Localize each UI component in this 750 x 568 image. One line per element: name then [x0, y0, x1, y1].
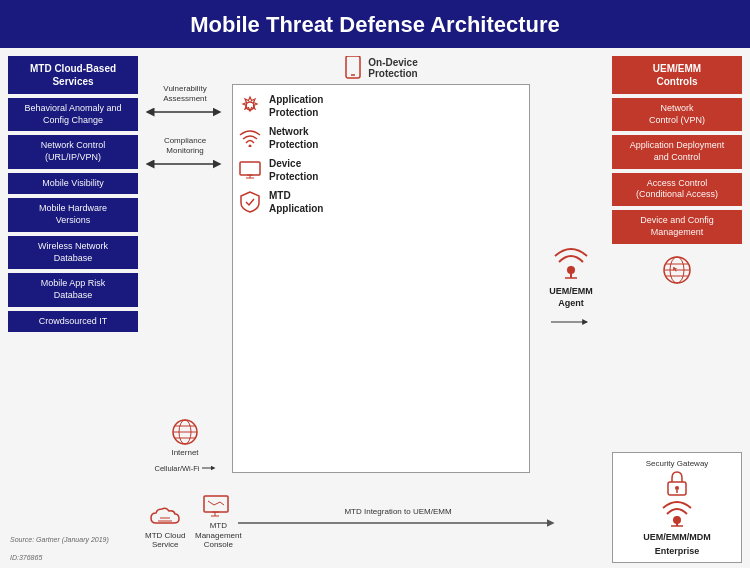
vulnerability-label: VulnerabilityAssessment [163, 84, 207, 103]
agent-column: UEM/EMMAgent [536, 56, 606, 473]
mtd-cloud-service-label: MTD CloudService [145, 531, 185, 550]
svg-point-10 [246, 102, 254, 110]
lock-icon [666, 470, 688, 496]
mtd-cloud-column: MTD Cloud-BasedServices Behavioral Anoma… [8, 56, 138, 473]
agent-arrow [551, 317, 591, 327]
enterprise-box: Security Gateway UEM/EMM/MDM Enterprise [612, 452, 742, 563]
left-item-mobile-visibility: Mobile Visibility [8, 173, 138, 195]
device-protection-label: DeviceProtection [269, 157, 318, 183]
uem-agent-icon [551, 242, 591, 282]
svg-point-11 [249, 145, 252, 148]
phone-icon [344, 56, 362, 80]
source-section: Source: Gartner (January 2019)ID:376865 [10, 528, 109, 564]
right-item-device-config: Device and ConfigManagement [612, 210, 742, 243]
compliance-arrow-svg [145, 158, 225, 170]
page: Mobile Threat Defense Architecture MTD C… [0, 0, 750, 568]
left-item-wireless-network: Wireless NetworkDatabase [8, 236, 138, 269]
app-protection-label: ApplicationProtection [269, 93, 323, 119]
mtd-console-section: MTDManagementConsole [195, 495, 242, 550]
uem-emm-title: UEM/EMMControls [653, 63, 701, 87]
cloud-icon [150, 505, 180, 529]
right-item-network: NetworkControl (VPN) [612, 98, 742, 131]
left-item-mobile-app-risk: Mobile App RiskDatabase [8, 273, 138, 306]
wifi-icon [239, 129, 261, 147]
compliance-arrow-group: ComplianceMonitoring [144, 136, 226, 170]
uem-emm-column: UEM/EMMControls NetworkControl (VPN) App… [612, 56, 742, 473]
mtd-cloud-service-section: MTD CloudService [145, 505, 185, 550]
center-section: On-DeviceProtection ApplicationProtectio… [232, 56, 530, 473]
svg-line-33 [220, 502, 224, 505]
bottom-section: MTD CloudService MTDManagementConsole MT… [0, 478, 750, 568]
mtd-integration-section: MTD Integration to UEM/EMM [238, 507, 558, 530]
cellular-row: Cellular/Wi-Fi [155, 463, 216, 473]
broadcast-icon [659, 498, 695, 530]
arrows-section: VulnerabilityAssessment ComplianceMoni [144, 56, 226, 473]
web-globe-icon [661, 254, 693, 286]
cellular-arrow [202, 463, 216, 473]
cellular-label: Cellular/Wi-Fi [155, 464, 200, 473]
mtd-cloud-header: MTD Cloud-BasedServices [8, 56, 138, 94]
mtd-app-label: MTDApplication [269, 189, 323, 215]
network-protection-label: NetworkProtection [269, 125, 318, 151]
mtd-console-label: MTDManagementConsole [195, 521, 242, 550]
console-icon [203, 495, 233, 519]
app-protection-item: ApplicationProtection [239, 93, 523, 119]
page-header: Mobile Threat Defense Architecture [0, 0, 750, 48]
mtd-app-item: MTDApplication [239, 189, 523, 215]
left-item-behavioral: Behavioral Anomaly and Config Change [8, 98, 138, 131]
svg-line-32 [214, 502, 220, 505]
svg-line-31 [208, 501, 214, 505]
on-device-label: On-DeviceProtection [368, 57, 417, 79]
shield-icon [239, 191, 261, 213]
left-item-mobile-hardware: Mobile HardwareVersions [8, 198, 138, 231]
page-title: Mobile Threat Defense Architecture [190, 12, 560, 37]
gear-icon [239, 95, 261, 117]
vulnerability-arrow-group: VulnerabilityAssessment [144, 84, 226, 118]
uem-emm-header: UEM/EMMControls [612, 56, 742, 94]
right-item-access-control: Access Control(Conditional Access) [612, 173, 742, 206]
internet-label: Internet [171, 448, 198, 457]
svg-rect-12 [240, 162, 260, 175]
web-icon-section [612, 254, 742, 286]
device-protection-item: DeviceProtection [239, 157, 523, 183]
protection-box: ApplicationProtection NetworkProtection [232, 84, 530, 473]
left-item-crowdsourced: Crowdsourced IT [8, 311, 138, 333]
enterprise-sub: Enterprise [655, 546, 700, 556]
mtd-cloud-title: MTD Cloud-BasedServices [30, 63, 116, 87]
enterprise-label: UEM/EMM/MDM [643, 532, 711, 544]
mtd-integration-label: MTD Integration to UEM/EMM [344, 507, 451, 516]
agent-label: UEM/EMMAgent [549, 286, 593, 309]
internet-section: Internet Cellular/Wi-Fi [144, 398, 226, 473]
monitor-icon [239, 161, 261, 179]
internet-globe-icon [171, 418, 199, 446]
right-item-app-deploy: Application Deploymentand Control [612, 135, 742, 168]
mtd-integration-arrow [238, 516, 558, 530]
source-text: Source: Gartner (January 2019)ID:376865 [10, 536, 109, 561]
vulnerability-arrow-svg [145, 106, 225, 118]
security-gateway-label: Security Gateway [646, 459, 709, 468]
left-item-network-control: Network Control(URL/IP/VPN) [8, 135, 138, 168]
svg-point-36 [675, 486, 679, 490]
on-device-row: On-DeviceProtection [232, 56, 530, 80]
network-protection-item: NetworkProtection [239, 125, 523, 151]
compliance-label: ComplianceMonitoring [164, 136, 206, 155]
